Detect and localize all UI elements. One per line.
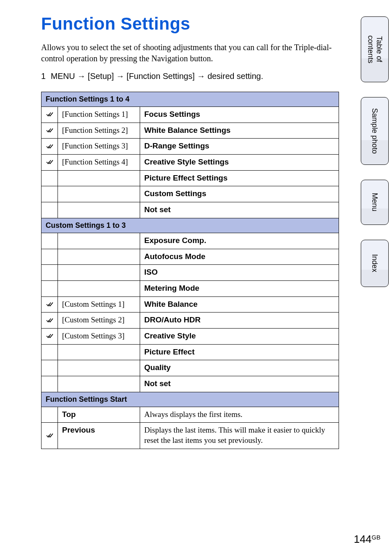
table-row: [Function Settings 3]D-Range Settings <box>42 139 339 155</box>
row-value: Metering Mode <box>140 280 339 296</box>
row-value: Creative Style <box>140 328 339 344</box>
empty-check <box>42 186 58 202</box>
check-icon <box>42 107 58 123</box>
table-row: [Custom Settings 1]White Balance <box>42 296 339 313</box>
row-label <box>58 265 140 281</box>
row-label: [Function Settings 4] <box>58 155 140 171</box>
arrow-icon: → <box>77 72 85 81</box>
empty-check <box>42 265 58 281</box>
row-label <box>58 344 140 360</box>
page-title: Function Settings <box>41 14 345 34</box>
table-row: TopAlways displays the first items. <box>42 407 339 423</box>
table-row: Quality <box>42 360 339 376</box>
row-value: D-Range Settings <box>140 139 339 155</box>
arrow-icon: → <box>116 72 125 81</box>
table-row: Exposure Comp. <box>42 233 339 249</box>
table-row: [Function Settings 4]Creative Style Sett… <box>42 155 339 171</box>
page-number-value: 144 <box>354 533 371 545</box>
check-icon <box>42 155 58 171</box>
row-value: Picture Effect Settings <box>140 170 339 186</box>
tab-label: Menu <box>371 186 379 218</box>
check-icon <box>42 423 58 449</box>
row-value: Quality <box>140 360 339 376</box>
row-value: Not set <box>140 202 339 218</box>
page-number: 144GB <box>354 533 380 546</box>
tab-menu[interactable]: Menu <box>361 180 389 225</box>
settings-table: Function Settings 1 to 4[Function Settin… <box>41 92 339 449</box>
row-label <box>58 170 140 186</box>
empty-check <box>42 376 58 392</box>
section-header: Function Settings 1 to 4 <box>42 92 339 107</box>
row-value: Autofocus Mode <box>140 249 339 265</box>
menu-path: 1 MENU → [Setup] → [Function Settings] →… <box>41 72 345 81</box>
funcset-text: [Function Settings] <box>127 72 195 81</box>
table-row: [Function Settings 2]White Balance Setti… <box>42 123 339 139</box>
check-icon <box>42 328 58 344</box>
row-value: Focus Settings <box>140 107 339 123</box>
empty-check <box>42 202 58 218</box>
table-row: [Custom Settings 2]DRO/Auto HDR <box>42 313 339 329</box>
check-icon <box>42 139 58 155</box>
row-label: [Function Settings 1] <box>58 107 140 123</box>
section-header: Custom Settings 1 to 3 <box>42 218 339 233</box>
row-value: Displays the last items. This will make … <box>140 423 339 449</box>
row-label: [Custom Settings 1] <box>58 296 140 313</box>
check-icon <box>42 313 58 329</box>
row-value: White Balance Settings <box>140 123 339 139</box>
row-label: [Function Settings 3] <box>58 139 140 155</box>
row-value: Creative Style Settings <box>140 155 339 171</box>
row-label <box>58 202 140 218</box>
table-row: ISO <box>42 265 339 281</box>
setup-text: [Setup] <box>88 72 114 81</box>
tab-index[interactable]: Index <box>361 240 389 287</box>
menu-text: MENU <box>51 72 75 81</box>
row-value: Not set <box>140 376 339 392</box>
tab-table-of-contents[interactable]: Table of contents <box>361 16 389 82</box>
tab-label: Sample photo <box>371 102 379 160</box>
empty-check <box>42 249 58 265</box>
desired-text: desired setting. <box>208 72 263 81</box>
table-row: Autofocus Mode <box>42 249 339 265</box>
check-icon <box>42 296 58 313</box>
section-header: Function Settings Start <box>42 392 339 407</box>
row-label <box>58 360 140 376</box>
row-label <box>58 233 140 249</box>
row-label: Top <box>58 407 140 423</box>
section-title: Function Settings Start <box>42 392 339 407</box>
empty-check <box>42 170 58 186</box>
row-value: ISO <box>140 265 339 281</box>
section-title: Function Settings 1 to 4 <box>42 92 339 107</box>
row-value: Custom Settings <box>140 186 339 202</box>
empty-check <box>42 233 58 249</box>
row-label <box>58 249 140 265</box>
page-number-suffix: GB <box>371 534 380 541</box>
intro-paragraph: Allows you to select the set of shooting… <box>41 42 337 64</box>
table-row: Picture Effect Settings <box>42 170 339 186</box>
table-row: Not set <box>42 376 339 392</box>
section-title: Custom Settings 1 to 3 <box>42 218 339 233</box>
row-label: [Function Settings 2] <box>58 123 140 139</box>
row-value: DRO/Auto HDR <box>140 313 339 329</box>
row-label <box>58 186 140 202</box>
row-label <box>58 280 140 296</box>
row-value: White Balance <box>140 296 339 313</box>
tab-label: Index <box>371 248 379 279</box>
table-row: PreviousDisplays the last items. This wi… <box>42 423 339 449</box>
row-value: Exposure Comp. <box>140 233 339 249</box>
step-number: 1 <box>41 72 48 81</box>
empty-check <box>42 407 58 423</box>
tab-label: Table of contents <box>366 17 383 82</box>
empty-check <box>42 344 58 360</box>
table-row: [Function Settings 1]Focus Settings <box>42 107 339 123</box>
empty-check <box>42 360 58 376</box>
row-value: Always displays the first items. <box>140 407 339 423</box>
row-label: [Custom Settings 2] <box>58 313 140 329</box>
table-row: Metering Mode <box>42 280 339 296</box>
side-tabs: Table of contents Sample photo Menu Inde… <box>361 16 389 302</box>
row-label <box>58 376 140 392</box>
arrow-icon: → <box>197 72 205 81</box>
table-row: [Custom Settings 3]Creative Style <box>42 328 339 344</box>
row-value: Picture Effect <box>140 344 339 360</box>
table-row: Picture Effect <box>42 344 339 360</box>
tab-sample-photo[interactable]: Sample photo <box>361 97 389 165</box>
